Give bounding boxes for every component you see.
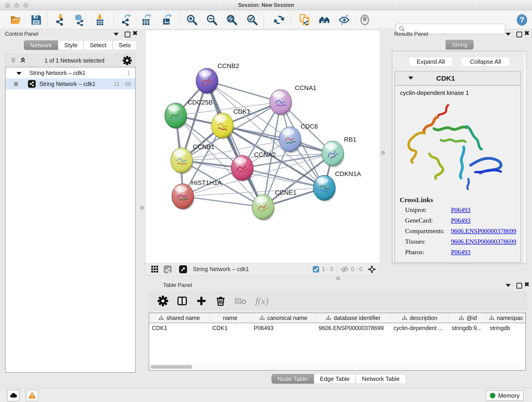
node-label: CCNB2 <box>217 62 239 70</box>
crosslink-link[interactable]: P06493 <box>451 206 471 214</box>
column-header-canonical-name[interactable]: canonical name <box>251 313 316 323</box>
zoom-selected-icon[interactable] <box>246 14 258 26</box>
memory-button[interactable]: Memory <box>486 390 524 401</box>
export-image-icon[interactable] <box>161 14 173 26</box>
column-header-database-identifier[interactable]: database identifier <box>316 313 391 323</box>
table-settings-gear-icon[interactable] <box>158 296 168 306</box>
bottom-splitter-handle[interactable] <box>336 276 340 280</box>
show-eye-icon[interactable] <box>359 14 371 26</box>
hide-selected-eye-icon[interactable] <box>338 14 350 26</box>
save-session-icon[interactable] <box>30 14 42 26</box>
zoom-fit-icon[interactable] <box>226 14 238 26</box>
control-panel-close-icon[interactable]: ✖ <box>133 31 138 36</box>
function-builder-icon[interactable]: f(x) <box>255 295 268 306</box>
tree-expander-icon[interactable] <box>17 70 22 76</box>
network-selector-label: 1 of 1 Network selected <box>26 57 123 64</box>
tab-string[interactable]: String <box>446 40 474 50</box>
collapse-all-button[interactable]: Collapse All <box>461 57 510 66</box>
export-table-icon[interactable] <box>140 14 152 26</box>
node-label: CCNA2 <box>254 151 276 158</box>
selected-checkbox-icon[interactable] <box>312 266 320 273</box>
warnings-button[interactable] <box>26 390 38 401</box>
collapse-all-networks-icon[interactable] <box>10 57 17 64</box>
help-icon[interactable]: ? <box>516 14 528 26</box>
tab-node-table[interactable]: Node Table <box>272 374 314 384</box>
expand-all-networks-icon[interactable] <box>19 57 26 64</box>
fit-content-crosshair-icon[interactable] <box>367 265 376 274</box>
node-card-header[interactable]: CDK1 <box>395 71 520 86</box>
tab-sets[interactable]: Sets <box>113 40 137 50</box>
import-network-database-icon[interactable] <box>73 14 85 26</box>
tab-network[interactable]: Network <box>24 40 58 50</box>
table-horizontal-scrollbar[interactable] <box>150 364 525 370</box>
right-splitter-handle[interactable] <box>381 151 385 155</box>
import-table-file-icon[interactable] <box>94 14 105 26</box>
cell-description[interactable]: cyclin-dependent ... <box>391 323 449 333</box>
edge-count: 48 <box>125 81 131 87</box>
tab-style[interactable]: Style <box>58 40 84 50</box>
main-toolbar: ? <box>0 10 532 29</box>
table-panel-float-icon[interactable] <box>516 283 522 289</box>
cell-namespac[interactable]: stringdb <box>487 323 525 333</box>
cell-shared-name[interactable]: CDK1 <box>149 323 210 333</box>
control-panel-title: Control Panel <box>5 31 38 37</box>
left-splitter-handle[interactable] <box>140 206 144 210</box>
node-RB1[interactable]: RB1 <box>322 136 356 167</box>
add-column-icon[interactable] <box>196 296 207 306</box>
column-header-shared-name[interactable]: shared name <box>149 313 210 323</box>
copy-style-icon[interactable] <box>299 14 311 26</box>
results-scrollbar[interactable] <box>523 51 526 263</box>
zoom-in-icon[interactable] <box>186 14 198 26</box>
hidden-eye-icon[interactable] <box>340 265 349 274</box>
network-birdseye-icon[interactable] <box>163 265 172 274</box>
cell--id[interactable]: stringdb:9... <box>449 323 487 333</box>
node-label: CDKN1A <box>335 170 361 177</box>
show-all-networks-icon[interactable] <box>318 14 330 26</box>
node-CCNA1[interactable]: CCNA1 <box>270 84 317 116</box>
node-CDKN1A[interactable]: CDKN1A <box>313 170 361 202</box>
network-collection-row[interactable]: String Network – cdk1 1 <box>6 67 135 78</box>
zoom-out-icon[interactable] <box>206 14 218 26</box>
table-row[interactable]: CDK1CDK1P064939606.ENSP00000378699cyclin… <box>149 323 525 333</box>
cell-name[interactable]: CDK1 <box>210 323 251 333</box>
results-panel-menu-icon[interactable] <box>506 32 511 37</box>
open-session-icon[interactable] <box>10 14 22 26</box>
cell-database-identifier[interactable]: 9606.ENSP00000378699 <box>316 323 391 333</box>
table-panel-close-icon[interactable]: ✖ <box>524 282 530 287</box>
delete-table-icon[interactable] <box>234 296 247 306</box>
show-columns-icon[interactable] <box>177 296 187 306</box>
cloud-status-button[interactable] <box>7 390 19 401</box>
grid-view-icon[interactable] <box>151 265 159 274</box>
crosslink-row: Uniprot: P06493 <box>395 205 520 215</box>
results-panel-close-icon[interactable]: ✖ <box>524 31 530 36</box>
column-header-namespac[interactable]: namespac <box>487 313 525 323</box>
import-network-file-icon[interactable] <box>54 14 66 26</box>
control-panel-float-icon[interactable] <box>125 32 130 38</box>
crosslink-link[interactable]: P06493 <box>451 249 471 256</box>
tab-select[interactable]: Select <box>84 40 113 50</box>
column-header--id[interactable]: @id <box>449 313 487 323</box>
cell-canonical-name[interactable]: P06493 <box>251 323 316 333</box>
tab-edge-table[interactable]: Edge Table <box>314 374 356 384</box>
card-collapse-icon[interactable] <box>408 76 413 80</box>
network-options-gear-icon[interactable] <box>123 56 132 65</box>
crosslink-link[interactable]: 9606.ENSP00000378699 <box>451 227 516 235</box>
column-header-description[interactable]: description <box>391 313 449 323</box>
refresh-layout-icon[interactable] <box>273 14 285 26</box>
node-CCNE1[interactable]: CCNE1 <box>252 189 297 221</box>
network-row[interactable]: String Network – cdk1 11 48 <box>6 78 135 89</box>
delete-column-icon[interactable] <box>215 296 226 306</box>
export-network-icon[interactable] <box>120 14 132 26</box>
results-panel-float-icon[interactable] <box>516 32 522 38</box>
column-header-name[interactable]: name <box>210 313 251 323</box>
scrollbar-thumb[interactable] <box>151 365 192 369</box>
network-graph[interactable]: CCNB2 CCNA1 CDC25B CDK1 CDC6 RB1 <box>146 30 380 263</box>
crosslink-link[interactable]: P06493 <box>451 217 471 224</box>
network-canvas[interactable]: CCNB2 CCNA1 CDC25B CDK1 CDC6 RB1 <box>145 30 380 263</box>
export-view-icon[interactable] <box>179 265 187 274</box>
expand-all-button[interactable]: Expand All <box>409 57 453 66</box>
crosslink-link[interactable]: 9606.ENSP00000378699 <box>451 238 516 245</box>
table-panel-menu-icon[interactable] <box>506 284 511 288</box>
tab-network-table[interactable]: Network Table <box>356 374 406 384</box>
control-panel-menu-icon[interactable] <box>114 32 119 37</box>
